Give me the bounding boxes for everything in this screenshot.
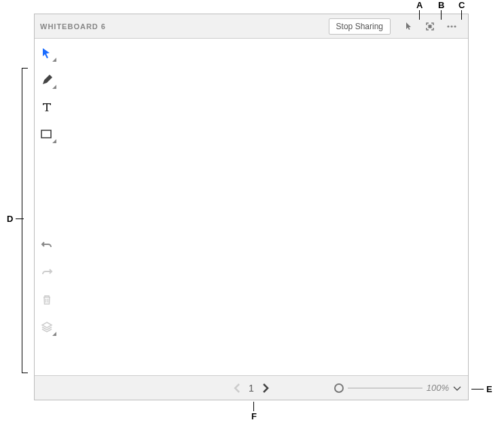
page-navigator: 1 [231, 382, 272, 394]
label-f: F [251, 402, 257, 421]
redo-button[interactable] [37, 264, 56, 282]
text-tool[interactable] [37, 98, 56, 116]
prev-page-button[interactable] [231, 382, 243, 394]
pen-tool[interactable] [37, 71, 56, 89]
select-tool[interactable] [37, 44, 56, 62]
fullscreen-icon[interactable] [422, 18, 438, 35]
footer-bar: 1 100% [35, 375, 468, 400]
label-b-text: B [438, 0, 444, 10]
label-d-text: D [7, 214, 13, 224]
label-f-text: F [251, 411, 257, 421]
zoom-dropdown[interactable] [453, 382, 461, 394]
svg-rect-4 [41, 130, 51, 138]
svg-point-2 [450, 25, 452, 27]
whiteboard-canvas[interactable] [35, 39, 468, 375]
label-c: C [458, 0, 465, 20]
window-title: WHITEBOARD 6 [40, 22, 329, 31]
more-options-icon[interactable] [444, 18, 460, 35]
zoom-handle-icon[interactable] [334, 383, 344, 393]
svg-point-3 [454, 25, 456, 27]
undo-button[interactable] [37, 237, 56, 254]
label-a: A [416, 0, 422, 20]
zoom-value: 100% [427, 383, 449, 393]
next-page-button[interactable] [259, 382, 272, 394]
zoom-controls: 100% [334, 382, 461, 394]
label-e: E [471, 384, 492, 394]
header-bar: WHITEBOARD 6 Stop Sharing [35, 14, 468, 39]
toolbar [37, 44, 60, 336]
label-c-text: C [458, 0, 465, 10]
label-a-text: A [416, 0, 422, 10]
layers-button[interactable] [37, 318, 56, 336]
pointer-icon[interactable] [400, 18, 416, 35]
svg-point-1 [447, 25, 449, 27]
zoom-slider[interactable] [348, 387, 422, 389]
whiteboard-window: WHITEBOARD 6 Stop Sharing [34, 14, 469, 400]
shape-tool[interactable] [37, 126, 56, 143]
svg-rect-0 [429, 24, 432, 28]
label-b: B [438, 0, 444, 20]
page-number: 1 [249, 383, 254, 394]
trash-button[interactable] [37, 291, 56, 309]
label-d: D [7, 214, 24, 224]
label-e-text: E [486, 384, 492, 394]
stop-sharing-button[interactable]: Stop Sharing [329, 18, 391, 35]
